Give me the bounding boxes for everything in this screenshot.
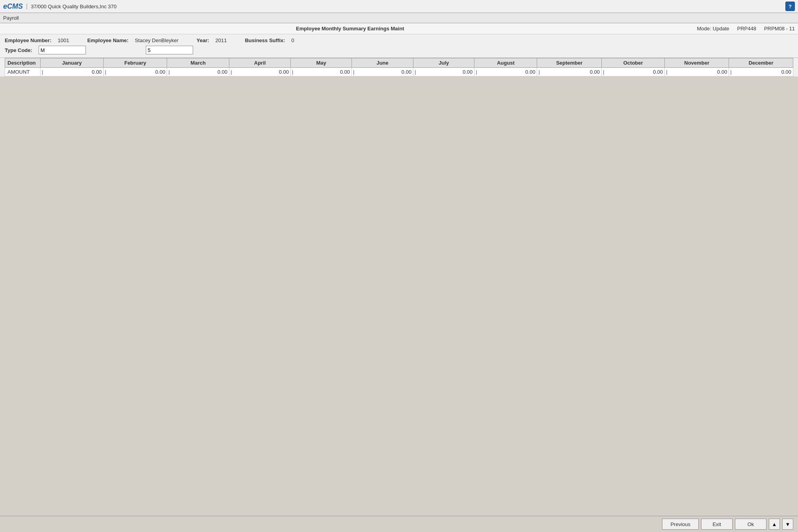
form-section: Employee Number: 1001 Employee Name: Sta… [0,34,798,58]
input-september[interactable] [541,68,601,76]
business-suffix-label: Business Suffix: [245,37,285,43]
page-header: Employee Monthly Summary Earnings Maint … [0,23,798,34]
input-july[interactable] [417,68,474,76]
marker-august: | [474,69,478,75]
marker-december: | [729,69,732,75]
business-suffix-value: 0 [291,37,294,43]
mode-label: Mode: [697,26,711,32]
cell-january[interactable]: | [41,68,104,76]
help-button[interactable]: ? [785,2,795,11]
mode-section: Mode: Update [697,26,729,32]
marker-february: | [104,69,107,75]
employee-name-value: Stacey DenBleyker [135,37,179,43]
table-row: AMOUNT | | [5,68,793,76]
ok-button[interactable]: Ok [735,519,766,530]
cell-february[interactable]: | [104,68,167,76]
employee-number-value: 1001 [58,37,69,43]
cell-may[interactable]: | [291,68,352,76]
down-arrow-button[interactable]: ▼ [782,519,793,530]
col-july: July [413,58,474,68]
year-label: Year: [197,37,209,43]
cell-november[interactable]: | [665,68,729,76]
type-code-input[interactable] [39,46,86,54]
col-june: June [352,58,413,68]
col-october: October [602,58,665,68]
input-october[interactable] [605,68,664,76]
mode-value: Update [713,26,729,32]
page-title: Employee Monthly Summary Earnings Maint [3,26,697,32]
input-june[interactable] [355,68,413,76]
marker-march: | [167,69,170,75]
cell-september[interactable]: | [537,68,602,76]
marker-january: | [41,69,44,75]
marker-june: | [352,69,355,75]
employee-name-label: Employee Name: [87,37,128,43]
col-april: April [229,58,291,68]
year-value: 2011 [216,37,227,43]
col-december: December [729,58,793,68]
ecms-logo: eCMS [3,2,23,11]
content-area [0,76,798,516]
col-january: January [41,58,104,68]
col-march: March [167,58,229,68]
marker-may: | [291,69,294,75]
cell-june[interactable]: | [352,68,413,76]
form-row-1: Employee Number: 1001 Employee Name: Sta… [5,37,793,43]
input-december[interactable] [733,68,793,76]
col-description: Description [5,58,41,68]
type-code-label: Type Code: [5,47,32,53]
menu-bar: Payroll [0,13,798,23]
marker-april: | [229,69,233,75]
type-code-input-2[interactable] [146,46,193,54]
col-may: May [291,58,352,68]
main-content: Employee Number: 1001 Employee Name: Sta… [0,34,798,516]
marker-november: | [665,69,668,75]
input-may[interactable] [294,68,352,76]
input-february[interactable] [107,68,167,76]
input-april[interactable] [233,68,291,76]
table-section: Description January February March April… [0,58,798,76]
col-august: August [474,58,537,68]
input-january[interactable] [44,68,103,76]
title-bar: eCMS | 37/000 Quick Quality Builders,Inc… [0,0,798,13]
up-arrow-button[interactable]: ▲ [769,519,780,530]
cell-december[interactable]: | [729,68,793,76]
employee-number-label: Employee Number: [5,37,51,43]
footer: Previous Exit Ok ▲ ▼ [0,516,798,532]
menu-item-payroll[interactable]: Payroll [3,15,19,21]
title-separator: | [26,3,28,10]
input-august[interactable] [478,68,537,76]
input-march[interactable] [171,68,229,76]
input-november[interactable] [668,68,729,76]
col-february: February [104,58,167,68]
form-page: PRPM08 - 11 [764,26,795,32]
cell-august[interactable]: | [474,68,537,76]
table-header-row: Description January February March April… [5,58,793,68]
marker-july: | [413,69,417,75]
col-september: September [537,58,602,68]
form-code: PRP448 [737,26,756,32]
data-table: Description January February March April… [5,58,793,76]
cell-april[interactable]: | [229,68,291,76]
title-info: 37/000 Quick Quality Builders,Inc 370 [31,4,117,9]
marker-september: | [537,69,540,75]
row-description: AMOUNT [5,68,41,76]
previous-button[interactable]: Previous [662,519,699,530]
cell-march[interactable]: | [167,68,229,76]
cell-july[interactable]: | [413,68,474,76]
form-row-2: Type Code: [5,46,793,54]
cell-october[interactable]: | [602,68,665,76]
marker-october: | [602,69,605,75]
col-november: November [665,58,729,68]
exit-button[interactable]: Exit [701,519,733,530]
